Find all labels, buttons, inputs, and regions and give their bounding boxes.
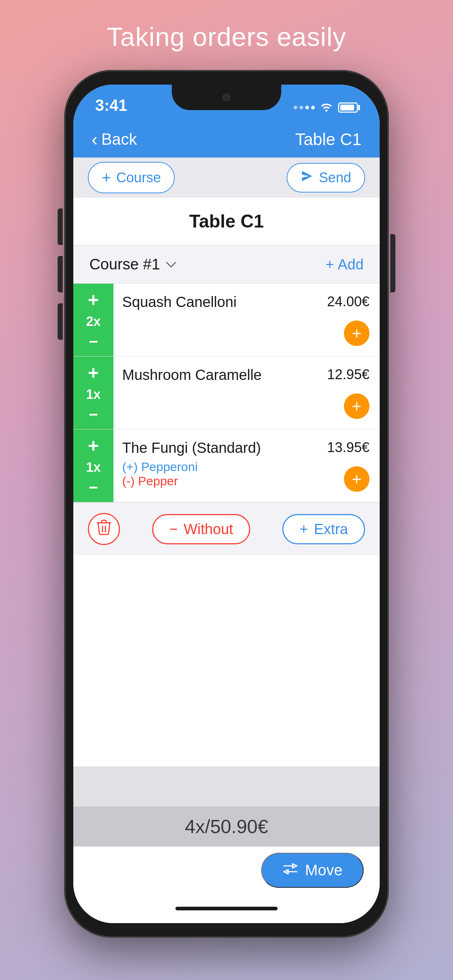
item-action-bar: − Without + Extra [73, 503, 380, 555]
home-indicator [73, 894, 380, 923]
signal-dot-3 [305, 106, 309, 110]
qty-control-3[interactable]: + 1x − [73, 430, 113, 502]
move-button[interactable]: Move [261, 853, 364, 888]
item-details-1: Squash Canelloni [113, 284, 321, 356]
battery-fill [340, 105, 354, 110]
status-icons [293, 100, 358, 115]
gray-spacer [73, 766, 380, 807]
nav-table-title: Table C1 [295, 129, 362, 149]
item-name-3: The Fungi (Standard) [122, 440, 313, 456]
table-title: Table C1 [189, 211, 264, 232]
item-add-button-3[interactable]: + [344, 466, 370, 492]
qty-decrease-2[interactable]: − [73, 407, 113, 423]
send-button-label: Send [319, 170, 351, 186]
add-plus-icon: + [325, 256, 334, 273]
course-button-label: Course [116, 170, 161, 186]
qty-increase-1[interactable]: + [73, 290, 113, 309]
content-area: Course #1 + Add + [73, 245, 380, 923]
without-label: Without [184, 521, 233, 538]
item-name-1: Squash Canelloni [122, 294, 313, 310]
table-title-row: Table C1 [73, 197, 380, 245]
item-modifier-add: (+) Pepperoni [122, 460, 313, 474]
qty-control-2[interactable]: + 1x − [73, 356, 113, 429]
add-course-button[interactable]: + Course [88, 162, 175, 193]
item-name-2: Mushroom Caramelle [122, 367, 313, 383]
item-price-3: 13.95€ [327, 440, 370, 455]
qty-count-3: 1x [86, 460, 100, 475]
item-right-2: 12.95€ + [321, 356, 380, 429]
phone-shell: 3:41 ‹ [64, 70, 389, 938]
item-add-button-1[interactable]: + [344, 320, 370, 346]
send-button[interactable]: Send [287, 163, 365, 192]
notch-camera [222, 93, 231, 101]
item-right-3: 13.95€ + [321, 430, 380, 502]
qty-count-2: 1x [86, 387, 100, 402]
delete-button[interactable] [88, 513, 120, 545]
course-header: Course #1 + Add [73, 245, 380, 284]
item-price-1: 24.00€ [327, 294, 370, 310]
item-details-2: Mushroom Caramelle [113, 356, 321, 429]
signal-dot-4 [311, 106, 315, 110]
extra-label: Extra [314, 521, 348, 538]
item-modifier-remove: (-) Pepper [122, 474, 313, 488]
notch [172, 84, 281, 110]
add-label: Add [338, 256, 364, 273]
table-row: + 2x − Squash Canelloni 24.00€ + [73, 284, 380, 356]
item-details-3: The Fungi (Standard) (+) Pepperoni (-) P… [113, 430, 321, 502]
back-label: Back [101, 130, 137, 148]
order-items-list: + 2x − Squash Canelloni 24.00€ + + [73, 284, 380, 766]
qty-increase-2[interactable]: + [73, 363, 113, 382]
phone-screen: 3:41 ‹ [73, 84, 380, 923]
course-selector-label: Course #1 [89, 256, 160, 273]
shuffle-icon [282, 862, 298, 879]
page-heading: Taking orders easily [107, 22, 346, 52]
signal-dot-2 [300, 106, 303, 110]
chevron-down-icon [166, 258, 176, 271]
qty-decrease-3[interactable]: − [73, 479, 113, 495]
move-bar: Move [73, 846, 380, 894]
send-icon [301, 170, 314, 186]
qty-control-1[interactable]: + 2x − [73, 284, 113, 356]
trash-icon [96, 519, 112, 539]
back-chevron-icon: ‹ [91, 129, 98, 150]
table-row: + 1x − The Fungi (Standard) (+) Pepperon… [73, 430, 380, 503]
back-button[interactable]: ‹ Back [91, 129, 137, 150]
item-price-2: 12.95€ [327, 367, 370, 382]
nav-bar: ‹ Back Table C1 [73, 121, 380, 158]
status-time: 3:41 [95, 96, 127, 115]
wifi-icon [320, 100, 333, 115]
qty-increase-3[interactable]: + [73, 436, 113, 455]
item-right-1: 24.00€ + [321, 284, 380, 356]
battery-icon [338, 102, 358, 113]
minus-icon: − [169, 521, 178, 538]
plus-icon: + [102, 169, 111, 187]
table-row: + 1x − Mushroom Caramelle 12.95€ + [73, 356, 380, 430]
total-bar: 4x/50.90€ [73, 807, 380, 846]
total-amount: 4x/50.90€ [185, 816, 268, 837]
add-item-button[interactable]: + Add [325, 256, 364, 273]
extra-button[interactable]: + Extra [282, 514, 365, 544]
qty-count-1: 2x [86, 314, 100, 329]
plus-modifier-icon: + [300, 521, 308, 538]
toolbar: + Course Send [73, 158, 380, 197]
move-label: Move [305, 862, 343, 879]
home-bar [175, 907, 278, 910]
qty-decrease-1[interactable]: − [73, 334, 113, 350]
signal-dot-1 [293, 106, 297, 110]
without-button[interactable]: − Without [152, 514, 250, 544]
signal-dots [293, 106, 315, 110]
item-add-button-2[interactable]: + [344, 393, 370, 419]
course-selector[interactable]: Course #1 [89, 256, 176, 273]
